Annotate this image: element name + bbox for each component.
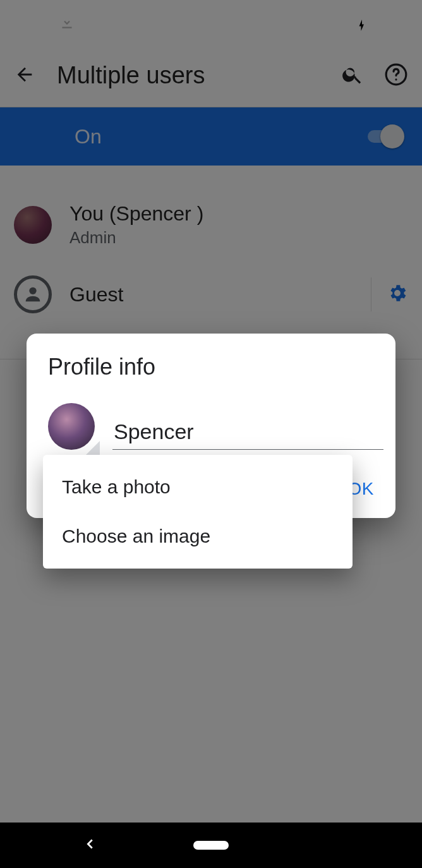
nav-back-icon[interactable]: [83, 837, 97, 853]
profile-name-input[interactable]: [112, 416, 383, 450]
edit-corner-icon: [86, 441, 100, 455]
dialog-title: Profile info: [48, 354, 374, 380]
home-pill[interactable]: [193, 841, 229, 850]
menu-item-take-photo[interactable]: Take a photo: [43, 462, 353, 512]
photo-source-menu: Take a photo Choose an image: [43, 455, 353, 569]
edit-avatar-button[interactable]: [48, 403, 95, 450]
menu-item-choose-image[interactable]: Choose an image: [43, 512, 353, 561]
system-navbar: [0, 823, 422, 868]
